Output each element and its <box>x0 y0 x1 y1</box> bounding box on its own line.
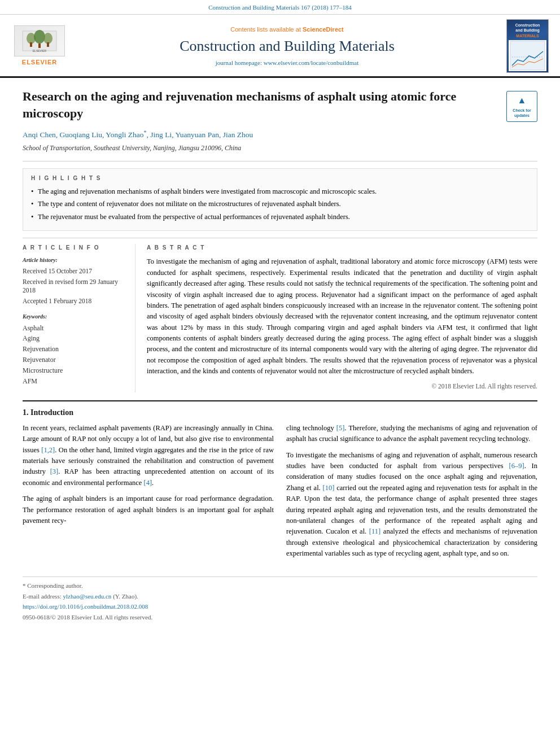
journal-main-title: Construction and Building Materials <box>73 36 501 56</box>
ref-3: [3] <box>50 468 59 475</box>
introduction-section: 1. Introduction In recent years, reclaim… <box>23 407 537 570</box>
journal-citation-text: Construction and Building Materials 167 … <box>208 4 352 11</box>
doi-line: https://doi.org/10.1016/j.conbuildmat.20… <box>23 602 537 611</box>
ref-1-2: [1,2] <box>41 446 55 454</box>
cover-title-text: Construction and Building MATERIALS <box>515 23 540 38</box>
abstract-text: To investigate the mechanism of aging an… <box>147 256 537 377</box>
introduction-heading: 1. Introduction <box>23 407 537 418</box>
authors-text: Anqi Chen, Guoqiang Liu, Yongli Zhao*, J… <box>23 130 253 139</box>
article-info-column: A R T I C L E I N F O Article history: R… <box>23 244 135 392</box>
article-authors: Anqi Chen, Guoqiang Liu, Yongli Zhao*, J… <box>23 129 498 141</box>
sciencedirect-label: Contents lists available at ScienceDirec… <box>73 25 501 34</box>
email-note: E-mail address: ylzhao@seu.edu.cn (Y. Zh… <box>23 592 537 601</box>
keyword-6: AFM <box>23 377 126 386</box>
svg-point-2 <box>34 30 45 43</box>
intro-paragraph-3: cling technology [5]. Therefore, studyin… <box>286 423 537 445</box>
highlight-item-3: The rejuvenator must be evaluated from t… <box>31 212 529 222</box>
highlights-label: H I G H L I G H T S <box>31 174 529 182</box>
email-link[interactable]: ylzhao@seu.edu.cn <box>63 593 111 600</box>
cover-thumbnail: Construction and Building MATERIALS <box>506 19 549 73</box>
section-divider <box>23 400 537 401</box>
issn-line: 0950-0618/© 2018 Elsevier Ltd. All right… <box>23 613 537 622</box>
introduction-text-columns: In recent years, reclaimed asphalt pavem… <box>23 423 537 565</box>
revised-date: Received in revised form 29 January 2018 <box>23 278 126 295</box>
svg-rect-5 <box>30 42 32 47</box>
keyword-3: Rejuvenation <box>23 344 126 354</box>
journal-citation-line: Construction and Building Materials 167 … <box>0 0 560 15</box>
intro-paragraph-1: In recent years, reclaimed asphalt pavem… <box>23 423 274 488</box>
article-info-label: A R T I C L E I N F O <box>23 244 126 252</box>
svg-rect-4 <box>38 43 41 48</box>
corresponding-author-note: * Corresponding author. <box>23 582 537 590</box>
article-info-abstract-section: A R T I C L E I N F O Article history: R… <box>23 238 537 392</box>
journal-cover-image: Construction and Building MATERIALS <box>506 19 549 73</box>
highlights-section: H I G H L I G H T S The aging and rejuve… <box>23 168 537 231</box>
intro-paragraph-4: To investigate the mechanisms of aging a… <box>286 450 537 560</box>
journal-homepage: journal homepage: www.elsevier.com/locat… <box>73 59 501 67</box>
ref-4: [4] <box>144 479 152 487</box>
article-affiliation: School of Transportation, Southeast Univ… <box>23 143 498 153</box>
elsevier-logo-image: ELSEVIER <box>14 25 65 56</box>
intro-left-column: In recent years, reclaimed asphalt pavem… <box>23 423 274 565</box>
elsevier-logo: ELSEVIER ELSEVIER <box>11 25 68 67</box>
highlight-item-1: The aging and rejuvenation mechanisms of… <box>31 187 529 197</box>
article-title-section: Research on the aging and rejuvenation m… <box>23 78 537 161</box>
article-main-title: Research on the aging and rejuvenation m… <box>23 88 498 121</box>
footnote-section: * Corresponding author. E-mail address: … <box>23 576 537 622</box>
ref-6-9: [6–9] <box>509 462 524 470</box>
keyword-1: Asphalt <box>23 324 126 333</box>
article-history: Article history: Received 15 October 201… <box>23 256 126 305</box>
journal-header: ELSEVIER ELSEVIER Contents lists availab… <box>0 15 560 78</box>
svg-text:ELSEVIER: ELSEVIER <box>33 49 47 53</box>
abstract-label: A B S T R A C T <box>147 244 537 252</box>
keyword-4: Rejuvenator <box>23 355 126 365</box>
article-title-text: Research on the aging and rejuvenation m… <box>23 88 498 155</box>
keywords-section: Keywords: Asphalt Aging Rejuvenation Rej… <box>23 313 126 386</box>
cover-body-image <box>509 40 546 71</box>
doi-link[interactable]: https://doi.org/10.1016/j.conbuildmat.20… <box>23 603 148 610</box>
accepted-date: Accepted 1 February 2018 <box>23 297 126 306</box>
check-updates-label: Check for updates <box>507 108 537 118</box>
keyword-5: Microstructure <box>23 366 126 375</box>
check-updates-icon: ▲ <box>518 95 527 107</box>
elsevier-brand-text: ELSEVIER <box>22 58 57 67</box>
history-label: Article history: <box>23 256 126 264</box>
ref-10: [10] <box>323 484 335 492</box>
keyword-2: Aging <box>23 334 126 343</box>
copyright-line: © 2018 Elsevier Ltd. All rights reserved… <box>147 382 537 391</box>
ref-11: [11] <box>369 527 380 535</box>
svg-rect-9 <box>510 41 545 70</box>
highlight-item-2: The type and content of rejuvenator does… <box>31 199 529 209</box>
intro-right-column: cling technology [5]. Therefore, studyin… <box>286 423 537 565</box>
elsevier-tree-icon: ELSEVIER <box>20 28 59 54</box>
svg-rect-6 <box>47 42 49 47</box>
received-date: Received 15 October 2017 <box>23 267 126 276</box>
ref-5: [5] <box>336 424 345 432</box>
keywords-label: Keywords: <box>23 313 126 321</box>
cover-svg-illustration <box>509 40 546 71</box>
article-content: Research on the aging and rejuvenation m… <box>0 78 560 622</box>
badge-box: ▲ Check for updates <box>506 91 537 122</box>
intro-paragraph-2: The aging of asphalt binders is an impor… <box>23 493 274 526</box>
check-updates-badge: ▲ Check for updates <box>506 91 537 122</box>
journal-title-center: Contents lists available at ScienceDirec… <box>73 25 501 67</box>
abstract-column: A B S T R A C T To investigate the mecha… <box>147 244 537 392</box>
